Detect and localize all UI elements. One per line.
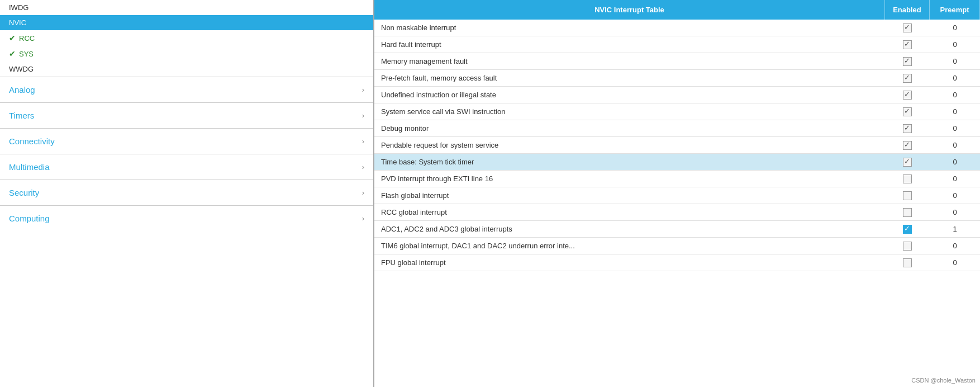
row-preempt: 0 — [930, 87, 980, 103]
row-label: RCC global interrupt — [374, 204, 885, 220]
row-enabled[interactable] — [885, 21, 930, 35]
row-preempt: 0 — [930, 171, 980, 187]
section-timers[interactable]: Timers› — [0, 102, 373, 128]
chevron-icon: › — [362, 214, 364, 223]
row-preempt: 0 — [930, 254, 980, 271]
chevron-icon: › — [362, 86, 364, 94]
table-row[interactable]: FPU global interrupt 0 — [374, 254, 980, 271]
row-enabled[interactable] — [885, 222, 930, 236]
row-preempt: 0 — [930, 103, 980, 120]
table-row[interactable]: RCC global interrupt 0 — [374, 204, 980, 221]
checkbox-icon[interactable] — [903, 107, 912, 116]
checkbox-icon[interactable] — [903, 57, 912, 66]
row-enabled[interactable] — [885, 155, 930, 169]
checkbox-icon[interactable] — [903, 23, 912, 32]
row-enabled[interactable] — [885, 188, 930, 202]
chevron-icon: › — [362, 188, 364, 197]
table-row[interactable]: TIM6 global interrupt, DAC1 and DAC2 und… — [374, 238, 980, 254]
checkbox-icon[interactable] — [903, 208, 912, 217]
section-connectivity[interactable]: Connectivity› — [0, 128, 373, 154]
table-enabled-col: Enabled — [885, 0, 930, 20]
checkbox-icon[interactable] — [903, 40, 912, 49]
row-enabled[interactable] — [885, 205, 930, 219]
row-enabled[interactable] — [885, 239, 930, 253]
checkbox-icon[interactable] — [903, 158, 912, 167]
sidebar-item-wwdg[interactable]: WWDG — [0, 62, 373, 77]
section-analog[interactable]: Analog› — [0, 77, 373, 102]
sidebar-item-iwdg[interactable]: IWDG — [0, 0, 373, 15]
row-enabled[interactable] — [885, 71, 930, 85]
row-enabled[interactable] — [885, 256, 930, 270]
row-label: Hard fault interrupt — [374, 36, 885, 53]
checkbox-icon[interactable] — [903, 191, 912, 200]
row-preempt: 0 — [930, 137, 980, 153]
row-preempt: 0 — [930, 36, 980, 53]
table-header: NVIC Interrupt Table Enabled Preempt — [374, 0, 980, 20]
watermark: CSDN @chole_Waston — [911, 377, 976, 384]
row-preempt: 0 — [930, 20, 980, 36]
section-label: Security — [9, 188, 39, 197]
row-label: Debug monitor — [374, 120, 885, 136]
checkbox-icon[interactable] — [903, 124, 912, 133]
row-label: Undefined instruction or illegal state — [374, 87, 885, 103]
table-row[interactable]: Undefined instruction or illegal state 0 — [374, 87, 980, 103]
row-enabled[interactable] — [885, 54, 930, 68]
checkbox-icon[interactable] — [903, 91, 912, 100]
chevron-icon: › — [362, 137, 364, 145]
row-label: Pendable request for system service — [374, 137, 885, 153]
table-row[interactable]: Pendable request for system service 0 — [374, 137, 980, 154]
section-label: Timers — [9, 111, 34, 120]
table-row[interactable]: Time base: System tick timer 0 — [374, 154, 980, 171]
table-title-col: NVIC Interrupt Table — [374, 0, 885, 20]
row-enabled[interactable] — [885, 138, 930, 152]
row-enabled[interactable] — [885, 88, 930, 102]
row-enabled[interactable] — [885, 121, 930, 135]
checkbox-icon[interactable] — [903, 258, 912, 267]
section-label: Multimedia — [9, 162, 50, 172]
row-label: Flash global interrupt — [374, 187, 885, 204]
row-enabled[interactable] — [885, 105, 930, 119]
left-panel: IWDGNVIC✔RCC✔SYSWWDG Analog›Timers›Conne… — [0, 0, 374, 387]
row-label: Non maskable interrupt — [374, 20, 885, 36]
chevron-icon: › — [362, 111, 364, 120]
section-label: Analog — [9, 85, 35, 95]
checkbox-icon[interactable] — [903, 74, 912, 83]
table-row[interactable]: Non maskable interrupt 0 — [374, 20, 980, 36]
row-label: Memory management fault — [374, 53, 885, 69]
table-row[interactable]: Flash global interrupt 0 — [374, 187, 980, 204]
table-row[interactable]: Debug monitor 0 — [374, 120, 980, 137]
section-multimedia[interactable]: Multimedia› — [0, 154, 373, 180]
section-label: Computing — [9, 214, 50, 223]
table-preempt-col: Preempt — [930, 0, 980, 20]
row-label: FPU global interrupt — [374, 254, 885, 271]
right-panel: NVIC Interrupt Table Enabled Preempt Non… — [374, 0, 980, 387]
section-security[interactable]: Security› — [0, 180, 373, 205]
row-label: Pre-fetch fault, memory access fault — [374, 70, 885, 86]
sidebar-item-rcc[interactable]: ✔RCC — [0, 30, 373, 46]
row-preempt: 0 — [930, 187, 980, 204]
table-row[interactable]: Pre-fetch fault, memory access fault 0 — [374, 70, 980, 87]
row-preempt: 0 — [930, 204, 980, 220]
table-row[interactable]: Hard fault interrupt 0 — [374, 36, 980, 53]
table-row[interactable]: System service call via SWI instruction … — [374, 103, 980, 120]
table-row[interactable]: PVD interrupt through EXTI line 16 0 — [374, 171, 980, 187]
row-label: Time base: System tick timer — [374, 154, 885, 170]
check-icon: ✔ — [9, 34, 16, 43]
row-label: PVD interrupt through EXTI line 16 — [374, 171, 885, 187]
row-preempt: 0 — [930, 238, 980, 254]
table-row[interactable]: ADC1, ADC2 and ADC3 global interrupts 1 — [374, 221, 980, 238]
checkbox-icon[interactable] — [903, 225, 912, 234]
sidebar-item-nvic[interactable]: NVIC — [0, 15, 373, 30]
row-enabled[interactable] — [885, 37, 930, 51]
row-label: System service call via SWI instruction — [374, 103, 885, 120]
checkbox-icon[interactable] — [903, 174, 912, 183]
check-icon: ✔ — [9, 49, 16, 58]
section-computing[interactable]: Computing› — [0, 205, 373, 231]
row-label: ADC1, ADC2 and ADC3 global interrupts — [374, 221, 885, 237]
row-label: TIM6 global interrupt, DAC1 and DAC2 und… — [374, 238, 885, 254]
sidebar-item-sys[interactable]: ✔SYS — [0, 46, 373, 62]
checkbox-icon[interactable] — [903, 141, 912, 150]
row-enabled[interactable] — [885, 172, 930, 186]
table-row[interactable]: Memory management fault 0 — [374, 53, 980, 70]
checkbox-icon[interactable] — [903, 242, 912, 251]
